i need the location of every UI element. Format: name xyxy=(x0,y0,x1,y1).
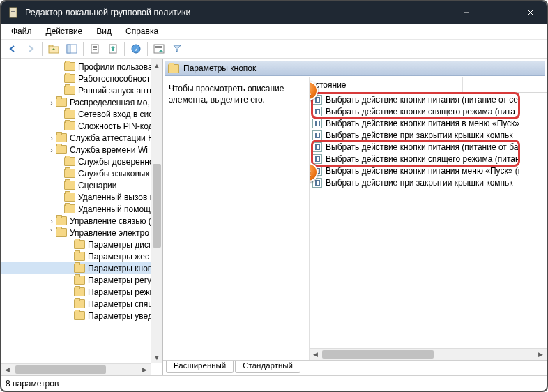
back-button[interactable] xyxy=(4,41,21,56)
tree-item-label: Удаленный помощн xyxy=(78,204,155,214)
folder-icon xyxy=(74,252,85,261)
svg-rect-11 xyxy=(67,45,70,53)
detail-tabs: Расширенный Стандартный xyxy=(163,360,547,375)
tree-item-label: Служба времени Wi xyxy=(70,145,148,155)
show-hide-tree-button[interactable] xyxy=(63,41,80,56)
list-scrollbar-horizontal[interactable]: ◀ ▶ xyxy=(310,348,547,360)
tree-item[interactable]: ›Управление связью ( xyxy=(1,215,162,227)
tree-item[interactable]: Параметры дисп. xyxy=(1,239,162,250)
tree-item[interactable]: Сетевой вход в систе xyxy=(1,108,162,120)
list-header: стояние xyxy=(310,77,547,93)
svg-rect-3 xyxy=(11,13,15,13)
up-button[interactable] xyxy=(45,41,62,56)
svg-rect-19 xyxy=(154,45,164,53)
tree-item[interactable]: Параметры увед xyxy=(1,310,162,322)
properties-button[interactable] xyxy=(86,41,103,56)
tree-item[interactable]: Работоспособность xyxy=(1,73,162,84)
tree-item[interactable]: Параметры кноп xyxy=(1,262,162,274)
menu-action[interactable]: Действие xyxy=(40,25,89,38)
tree-pane: Профили пользоватРаботоспособностьРанний… xyxy=(1,59,163,375)
detail-pane: Параметры кнопок Чтобы просмотреть описа… xyxy=(163,59,547,375)
close-button[interactable] xyxy=(515,1,547,24)
app-icon xyxy=(8,7,20,18)
list-item[interactable]: Выбрать действие при закрытии крышки ком… xyxy=(310,129,547,141)
folder-icon xyxy=(74,311,85,320)
folder-icon xyxy=(74,299,85,308)
tab-extended[interactable]: Расширенный xyxy=(166,361,234,373)
folder-icon xyxy=(56,98,67,107)
tree-item[interactable]: Ранний запуск антив xyxy=(1,84,162,96)
tree-toggle-icon[interactable]: › xyxy=(47,134,56,142)
folder-icon xyxy=(64,193,75,202)
menu-help[interactable]: Справка xyxy=(120,25,164,38)
tree-item-label: Управление связью ( xyxy=(70,216,151,226)
tree-toggle-icon[interactable]: › xyxy=(47,217,56,225)
tree-scrollbar-vertical[interactable]: ▲ ▼ xyxy=(151,59,162,363)
tab-standard[interactable]: Стандартный xyxy=(235,361,300,373)
policy-icon xyxy=(312,142,322,152)
tree-item[interactable]: ˅Управление электро xyxy=(1,227,162,239)
content-area: Профили пользоватРаботоспособностьРанний… xyxy=(1,59,547,375)
forward-button[interactable] xyxy=(22,41,39,56)
toolbar: ? xyxy=(1,39,547,59)
list-item[interactable]: Выбрать действие кнопки питания (питание… xyxy=(310,141,547,153)
list-item[interactable]: Выбрать действие кнопки спящего режима (… xyxy=(310,153,547,165)
svg-text:?: ? xyxy=(134,45,137,52)
tree-toggle-icon[interactable]: › xyxy=(47,98,56,107)
tree-item[interactable]: Службы языковых п xyxy=(1,167,162,179)
scrollbar-thumb[interactable] xyxy=(322,350,434,359)
tree-item[interactable]: ›Распределенная мо, xyxy=(1,96,162,108)
filter-button[interactable] xyxy=(169,41,185,56)
tree-item[interactable]: Параметры спяц xyxy=(1,298,162,310)
tree-item[interactable]: Сложность PIN-кода xyxy=(1,120,162,132)
detail-title: Параметры кнопок xyxy=(183,63,256,73)
list-item[interactable]: Выбрать действие кнопки питания меню «Пу… xyxy=(310,165,547,176)
description-text: Чтобы просмотреть описание элемента, выд… xyxy=(169,84,284,105)
tree-scrollbar-horizontal[interactable]: ◀ ▶ xyxy=(1,363,151,375)
filter-list-button[interactable] xyxy=(151,41,167,56)
tree-item[interactable]: ›Служба времени Wi xyxy=(1,144,162,156)
tree-toggle-icon[interactable]: › xyxy=(47,146,56,154)
minimize-button[interactable] xyxy=(450,1,482,24)
tree-item[interactable]: Параметры регул xyxy=(1,274,162,286)
tree-item[interactable]: Службы доверенног xyxy=(1,156,162,167)
folder-icon xyxy=(64,62,75,71)
tree-item-label: Ранний запуск антив xyxy=(78,86,158,96)
tree-item-label: Сложность PIN-кода xyxy=(78,121,158,131)
export-button[interactable] xyxy=(105,41,121,56)
tree-item[interactable]: ›Служба аттестации F xyxy=(1,132,162,144)
policy-icon xyxy=(312,107,322,116)
tree-item[interactable]: Удаленный вызов пр xyxy=(1,191,162,203)
help-button[interactable]: ? xyxy=(128,41,144,56)
list-item[interactable]: Выбрать действие кнопки питания в меню «… xyxy=(310,117,547,129)
folder-icon xyxy=(56,133,67,142)
tree-toggle-icon[interactable]: ˅ xyxy=(47,228,56,237)
list-item[interactable]: Выбрать действие кнопки спящего режима (… xyxy=(310,105,547,117)
folder-icon xyxy=(64,204,75,213)
description-pane: Чтобы просмотреть описание элемента, выд… xyxy=(163,77,310,360)
list-item[interactable]: Выбрать действие при закрытии крышки ком… xyxy=(310,176,547,188)
tree-item[interactable]: Параметры режи xyxy=(1,286,162,298)
tree-item[interactable]: Параметры жест xyxy=(1,250,162,262)
folder-icon xyxy=(74,264,85,273)
svg-rect-2 xyxy=(11,11,15,12)
tree-item[interactable]: Сценарии xyxy=(1,179,162,191)
list-item-label: Выбрать действие при закрытии крышки ком… xyxy=(326,130,513,140)
column-state[interactable]: стояние xyxy=(310,77,463,92)
menu-view[interactable]: Вид xyxy=(91,25,117,38)
list-item[interactable]: Выбрать действие кнопки питания (питание… xyxy=(310,93,547,105)
tree-item[interactable]: Удаленный помощн xyxy=(1,203,162,215)
scrollbar-thumb[interactable] xyxy=(15,365,106,374)
scrollbar-thumb[interactable] xyxy=(153,164,161,248)
policy-icon xyxy=(312,154,322,164)
list-item-label: Выбрать действие при закрытии крышки ком… xyxy=(326,178,513,188)
list-pane: стояние Выбрать действие кнопки питания … xyxy=(310,77,547,360)
tree-item-label: Параметры регул xyxy=(88,276,156,285)
svg-rect-14 xyxy=(93,47,97,48)
folder-icon xyxy=(64,181,75,190)
maximize-button[interactable] xyxy=(482,1,515,24)
tree-item-label: Управление электро xyxy=(70,228,149,238)
tree-item-label: Службы доверенног xyxy=(78,157,157,167)
tree-item[interactable]: Профили пользоват xyxy=(1,61,162,73)
menu-file[interactable]: Файл xyxy=(6,25,38,38)
